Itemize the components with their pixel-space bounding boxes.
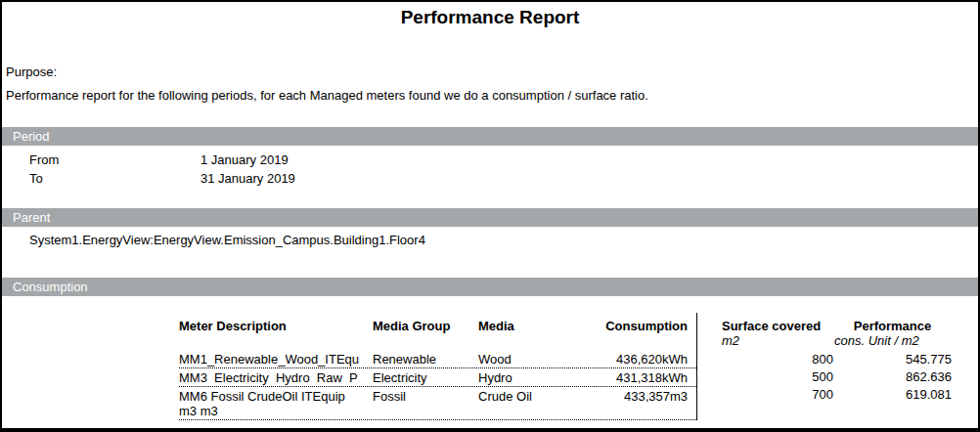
cell-meter-description: MM1_Renewable_Wood_ITEqu <box>179 352 373 367</box>
consumption-table-right: Surface covered m2 Performance cons. Uni… <box>722 319 952 403</box>
cell-surface-covered: 800 <box>722 352 833 367</box>
cell-media: Hydro <box>478 370 547 385</box>
table-row: 800 545.775 <box>722 350 952 367</box>
col-header-performance: Performance cons. Unit / m2 <box>833 319 952 348</box>
table-row: MM1_Renewable_Wood_ITEqu Renewable Wood … <box>179 350 696 368</box>
table-row: MM3 Electricity Hydro Raw P Electricity … <box>179 368 696 387</box>
cell-media: Wood <box>478 352 547 367</box>
performance-report-page: Performance Report Purpose: Performance … <box>0 0 980 432</box>
table-row: 500 862.636 <box>722 367 952 385</box>
cell-consumption: 436,620kWh <box>547 352 688 367</box>
consumption-table-left: Meter Description Media Group Media Cons… <box>179 319 696 420</box>
col-header-consumption: Consumption <box>547 319 688 333</box>
cell-surface-covered: 700 <box>722 387 833 402</box>
cell-media: Crude Oil <box>478 389 547 418</box>
cell-meter-description: MM3 Electricity Hydro Raw P <box>179 370 373 385</box>
period-from-label: From <box>29 152 59 167</box>
purpose-label: Purpose: <box>6 65 57 79</box>
cell-performance: 545.775 <box>833 352 952 367</box>
cell-performance: 619.081 <box>833 387 952 402</box>
table-row: MM6 Fossil CrudeOil ITEquip m3 m3 Fossil… <box>179 387 696 420</box>
table-row: 700 619.081 <box>722 385 952 403</box>
col-header-surface-covered: Surface covered m2 <box>722 319 833 348</box>
cell-consumption: 431,318kWh <box>547 370 688 385</box>
section-header-period: Period <box>2 127 978 146</box>
page-title: Performance Report <box>2 7 978 28</box>
cell-performance: 862.636 <box>833 369 952 384</box>
parent-path: System1.EnergyView:EnergyView.Emission_C… <box>29 233 425 247</box>
cell-surface-covered: 500 <box>722 369 833 384</box>
cell-media-group: Electricity <box>373 370 478 385</box>
period-to-value: 31 January 2019 <box>200 171 295 186</box>
purpose-description: Performance report for the following per… <box>6 88 648 103</box>
cell-media-group: Fossil <box>373 389 478 418</box>
col-header-meter-description: Meter Description <box>179 319 373 333</box>
section-header-consumption: Consumption <box>2 278 978 296</box>
consumption-table-header: Meter Description Media Group Media Cons… <box>179 319 696 333</box>
cell-media-group: Renewable <box>373 352 478 367</box>
col-header-media-group: Media Group <box>373 319 478 333</box>
section-header-parent: Parent <box>2 208 978 227</box>
period-to-label: To <box>29 171 43 186</box>
col-header-media: Media <box>478 319 547 333</box>
ratio-table-header: Surface covered m2 Performance cons. Uni… <box>722 319 952 348</box>
cell-meter-description: MM6 Fossil CrudeOil ITEquip m3 m3 <box>179 389 373 418</box>
cell-consumption: 433,357m3 <box>547 389 688 418</box>
period-from-value: 1 January 2019 <box>200 152 289 167</box>
table-column-divider <box>696 313 697 420</box>
performance-unit-label: cons. Unit / m2 <box>833 333 952 348</box>
surface-unit-label: m2 <box>722 333 833 348</box>
